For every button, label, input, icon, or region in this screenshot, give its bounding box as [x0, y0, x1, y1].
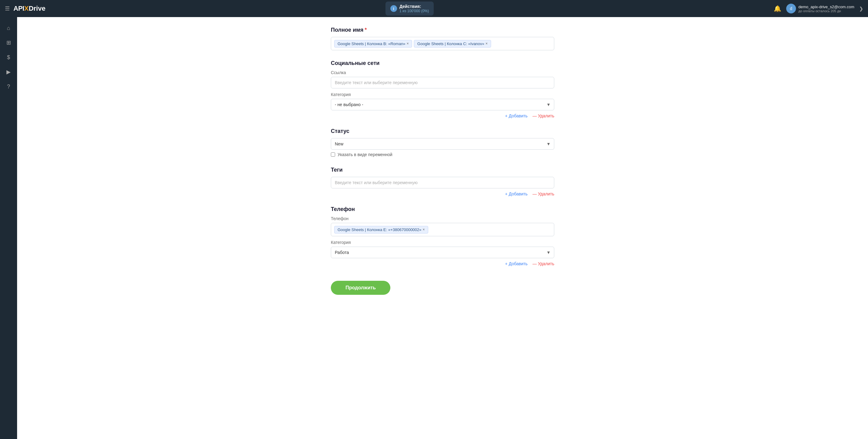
- expand-icon[interactable]: ❯: [859, 6, 863, 11]
- variable-checkbox[interactable]: [331, 153, 335, 157]
- sidebar: ⌂ ⊞ $ ▶ ?: [0, 17, 17, 439]
- phone-tag-input[interactable]: Google Sheets | Колонка E: «+38067000000…: [331, 223, 554, 236]
- sidebar-item-home[interactable]: ⌂: [2, 22, 14, 34]
- tag-chip-1-text: Google Sheets | Колонка B: «Roman»: [338, 41, 405, 46]
- tags-action-links: + Добавить — Удалить: [331, 192, 554, 196]
- avatar: d: [786, 4, 796, 13]
- actions-text: Действия: 1 из 100'000 (0%): [400, 4, 429, 13]
- sidebar-item-help[interactable]: ?: [2, 80, 14, 93]
- category-select-social-wrapper: - не выбрано - Работа Личное Другое ▼: [331, 99, 554, 110]
- phone-tag-remove[interactable]: ×: [423, 228, 425, 232]
- phone-category-label: Категория: [331, 240, 554, 245]
- phone-label: Телефон: [331, 216, 554, 221]
- user-days: до оплаты осталось 205 дн: [798, 9, 854, 13]
- tag-chip-2-text: Google Sheets | Колонка C: «Ivanov»: [417, 41, 484, 46]
- tags-add-link[interactable]: + Добавить: [505, 192, 528, 196]
- phone-tag-text: Google Sheets | Колонка E: «+38067000000…: [338, 228, 422, 232]
- logo-api-text: API: [13, 5, 24, 12]
- user-email: demo_apix-drive_s2@com.com: [798, 5, 854, 9]
- phone-remove-link[interactable]: — Удалить: [533, 261, 554, 266]
- social-remove-link[interactable]: — Удалить: [533, 113, 554, 118]
- user-info: d demo_apix-drive_s2@com.com до оплаты о…: [786, 4, 854, 13]
- hamburger-icon[interactable]: ☰: [5, 5, 10, 12]
- continue-button[interactable]: Продолжить: [331, 281, 390, 295]
- navbar-left: ☰ API X Drive: [5, 5, 45, 12]
- variable-checkbox-row: Указать в виде переменной: [331, 152, 554, 157]
- status-section: Статус New Active Inactive Pending ▼ Ука…: [331, 128, 554, 157]
- status-select[interactable]: New Active Inactive Pending: [331, 138, 554, 150]
- sidebar-item-grid[interactable]: ⊞: [2, 37, 14, 49]
- phone-category-select-wrapper: Работа Личное Другое ▼: [331, 247, 554, 258]
- sidebar-item-play[interactable]: ▶: [2, 66, 14, 78]
- logo: API X Drive: [13, 5, 45, 12]
- social-action-links: + Добавить — Удалить: [331, 113, 554, 118]
- tags-remove-link[interactable]: — Удалить: [533, 192, 554, 196]
- phone-section: Телефон Телефон Google Sheets | Колонка …: [331, 206, 554, 266]
- phone-category-select[interactable]: Работа Личное Другое: [331, 247, 554, 258]
- phone-tag-chip: Google Sheets | Колонка E: «+38067000000…: [334, 226, 428, 234]
- social-networks-title: Социальные сети: [331, 60, 554, 66]
- bell-icon[interactable]: 🔔: [774, 5, 781, 12]
- tags-section: Теги + Добавить — Удалить: [331, 167, 554, 196]
- info-icon: i: [390, 5, 397, 12]
- navbar-center: i Действия: 1 из 100'000 (0%): [385, 2, 434, 15]
- actions-subtitle: 1 из 100'000 (0%): [400, 9, 429, 13]
- tags-title: Теги: [331, 167, 554, 173]
- category-label-social: Категория: [331, 92, 554, 97]
- category-select-social[interactable]: - не выбрано - Работа Личное Другое: [331, 99, 554, 110]
- content-wrapper: Полное имя* Google Sheets | Колонка B: «…: [323, 17, 562, 319]
- main-content: Полное имя* Google Sheets | Колонка B: «…: [17, 17, 868, 439]
- variable-checkbox-label[interactable]: Указать в виде переменной: [338, 152, 393, 157]
- actions-title: Действия:: [400, 4, 429, 9]
- tag-chip-1-remove[interactable]: ×: [406, 41, 409, 46]
- link-label: Ссылка: [331, 70, 554, 75]
- full-name-tag-input[interactable]: Google Sheets | Колонка B: «Roman» × Goo…: [331, 37, 554, 50]
- logo-x-text: X: [24, 5, 29, 12]
- navbar: ☰ API X Drive i Действия: 1 из 100'000 (…: [0, 0, 868, 17]
- tags-input[interactable]: [331, 177, 554, 189]
- social-add-link[interactable]: + Добавить: [505, 113, 528, 118]
- logo-drive-text: Drive: [29, 5, 45, 12]
- tag-chip-2: Google Sheets | Колонка C: «Ivanov» ×: [414, 40, 491, 47]
- status-select-wrapper: New Active Inactive Pending ▼: [331, 138, 554, 150]
- actions-badge[interactable]: i Действия: 1 из 100'000 (0%): [385, 2, 434, 15]
- navbar-right: 🔔 d demo_apix-drive_s2@com.com до оплаты…: [774, 4, 863, 13]
- phone-add-link[interactable]: + Добавить: [505, 261, 528, 266]
- full-name-title: Полное имя*: [331, 27, 554, 33]
- social-networks-section: Социальные сети Ссылка Категория - не вы…: [331, 60, 554, 118]
- tag-chip-1: Google Sheets | Колонка B: «Roman» ×: [334, 40, 412, 47]
- status-title: Статус: [331, 128, 554, 134]
- link-input[interactable]: [331, 77, 554, 89]
- tag-chip-2-remove[interactable]: ×: [486, 41, 488, 46]
- full-name-section: Полное имя* Google Sheets | Колонка B: «…: [331, 27, 554, 50]
- phone-section-title: Телефон: [331, 206, 554, 212]
- user-details: demo_apix-drive_s2@com.com до оплаты ост…: [798, 5, 854, 13]
- required-star: *: [365, 27, 367, 33]
- phone-action-links: + Добавить — Удалить: [331, 261, 554, 266]
- sidebar-item-billing[interactable]: $: [2, 51, 14, 63]
